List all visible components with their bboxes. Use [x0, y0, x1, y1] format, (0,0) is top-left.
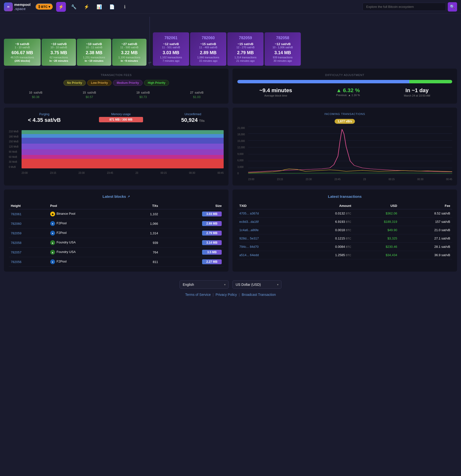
table-row[interactable]: 928d... 5e317 0.1215 BTC $3,325 27.1 sat…	[237, 234, 452, 243]
fee-unit-2: sat/vB	[141, 91, 150, 94]
fee-main-1: ~10 sat/vB	[45, 42, 73, 46]
tx-fees-title: TRANSACTION FEES	[9, 74, 224, 76]
tx-usd-1: $189,319	[353, 218, 399, 226]
mempool-block-0[interactable]: ~9 sat/vB 1 - 10 sat/vB 606.67 MB 48,525…	[4, 39, 41, 66]
table-row[interactable]: 794c... 84d70 0.0084 BTC $230.46 28.1 sa…	[237, 243, 452, 251]
size-0: 606.67 MB	[7, 50, 38, 55]
size-1: 3.75 MB	[45, 50, 73, 55]
mstat-unconfirmed: Unconfirmed 50,924 TXs	[181, 113, 205, 126]
footer-sep-2: |	[239, 293, 240, 297]
latest-transactions-panel: Latest transactions TXID Amount USD Fee …	[232, 189, 457, 272]
incoming-tx-panel: Incoming transactions 1,677 vB/s 21,000 …	[232, 108, 457, 186]
block-height-2[interactable]: 782059	[9, 228, 48, 238]
btc-badge-button[interactable]: ₿ BTC ▾	[36, 3, 53, 10]
block-txs-3: 939	[128, 238, 160, 248]
size-bar-2: 2.79 MB	[202, 231, 222, 236]
nav-dashboard-button[interactable]: ⚡	[56, 2, 66, 12]
fee-range-2: 10 - 11 sat/vB	[80, 46, 108, 49]
tx-id-2[interactable]: 1c4a6...a86fe	[237, 226, 300, 234]
tx-amount-1: 6.9193 BTC	[300, 218, 353, 226]
tx-id-5[interactable]: a514... 64edd	[237, 251, 300, 259]
mined-fee-3: ~12 sat/vB	[267, 42, 298, 46]
size-2: 2.38 MB	[80, 50, 108, 55]
mined-block-0[interactable]: 782061 ~12 sat/vB 11 - 501 sat/vB 3.03 M…	[153, 32, 189, 66]
table-row[interactable]: 782057 ▲Foundry USA 764 3.5 MB	[9, 248, 224, 257]
table-row[interactable]: 782056 ●F2Pool 811 2.27 MB	[9, 257, 224, 267]
table-row[interactable]: a514... 64edd 1.2585 BTC $34,434 36.9 sa…	[237, 251, 452, 259]
footer: English US Dollar (USD) Terms of Service…	[0, 276, 461, 304]
chevron-down-icon: ▾	[49, 5, 50, 9]
mempool-block-3[interactable]: ~27 sat/vB 11 - 500 sat/vB 3.22 MB 1,100…	[112, 39, 146, 66]
main-grid: TRANSACTION FEES No Priority Low Priorit…	[0, 69, 461, 276]
diff-change-val: ▲ 6.32 %	[336, 87, 360, 94]
diff-title: DIFFICULTY ADJUSTMENT	[237, 74, 452, 76]
table-row[interactable]: 782060 ●F2Pool 1,066 2.89 MB	[9, 219, 224, 228]
block-height-0[interactable]: 782061	[9, 209, 48, 219]
block-txs-4: 764	[128, 248, 160, 257]
txcount-3: 1,100 transactions	[115, 56, 144, 59]
broadcast-link[interactable]: Broadcast Transaction	[242, 293, 276, 297]
block-num-1: 782060	[193, 36, 223, 40]
footer-sep-1: |	[213, 293, 214, 297]
fee-unit-0: sat/vB	[34, 91, 42, 94]
privacy-link[interactable]: Privacy Policy	[216, 293, 237, 297]
mempool-stats: Purging < 4.35 sat/vB Memory usage 871 M…	[9, 113, 224, 126]
search-bar: 🔍	[363, 2, 457, 12]
mined-time-3: 30 minutes ago	[267, 59, 298, 62]
mined-tx-3: 939 transactions	[267, 56, 298, 59]
table-row[interactable]: 782058 ▲Foundry USA 939 3.14 MB	[9, 238, 224, 248]
diff-eta: In ~1 day March 24 at 10:50 AM	[404, 87, 430, 97]
size-bar-3: 3.14 MB	[202, 240, 222, 245]
block-pool-3: ▲Foundry USA	[48, 238, 128, 248]
block-height-1[interactable]: 782060	[9, 219, 48, 228]
block-num-2: 782059	[230, 36, 261, 40]
txcount-2: 1,231 transactions	[80, 56, 108, 59]
nav-charts-button[interactable]: 📊	[94, 2, 104, 12]
mined-tx-1: 1,066 transactions	[193, 56, 223, 59]
diff-block-time-val: ~9.4 minutes	[259, 87, 292, 94]
table-row[interactable]: ec8d3...da16f 6.9193 BTC $189,319 157 sa…	[237, 218, 452, 226]
tx-id-0[interactable]: 4705... a367d	[237, 209, 300, 218]
mempool-block-2[interactable]: ~10 sat/vB 10 - 11 sat/vB 2.38 MB 1,231 …	[77, 39, 111, 66]
mined-block-3[interactable]: 782058 ~12 sat/vB 10 - 1,006 sat/vB 3.14…	[265, 32, 301, 66]
tx-amount-0: 0.0132 BTC	[300, 209, 353, 218]
table-row[interactable]: 782061 ◈Binance Pool 1,102 3.03 MB	[9, 209, 224, 219]
fee-sat-0: 10 sat/vB	[29, 89, 42, 95]
btc-label: BTC	[41, 5, 48, 9]
search-input[interactable]	[363, 3, 446, 11]
terms-link[interactable]: Terms of Service	[185, 293, 211, 297]
mined-block-2[interactable]: 782059 ~15 sat/vB 12 - 270 sat/vB 2.79 M…	[227, 32, 264, 66]
mined-size-1: 2.89 MB	[193, 50, 223, 55]
table-row[interactable]: 4705... a367d 0.0132 BTC $362.06 8.52 sa…	[237, 209, 452, 218]
block-pool-2: ●F2Pool	[48, 228, 128, 238]
mined-fee-0: ~12 sat/vB	[156, 42, 186, 46]
mined-block-1[interactable]: 782060 ~15 sat/vB 11 - 469 sat/vB 2.89 M…	[190, 32, 226, 66]
fee-unit-1: sat/vB	[87, 91, 96, 94]
nav-tools-button[interactable]: 🔧	[69, 2, 79, 12]
mempool-block-1[interactable]: ~10 sat/vB 10 - 10 sat/vB 3.75 MB 62 tra…	[42, 39, 76, 66]
diff-prev: Previous: ▲ 1.16 %	[336, 94, 360, 97]
tx-id-3[interactable]: 928d... 5e317	[237, 234, 300, 243]
diff-block-time-lbl: Average block time	[259, 94, 292, 97]
fee-main-2: ~10 sat/vB	[80, 42, 108, 46]
btc-icon: ₿	[38, 5, 40, 9]
tx-id-4[interactable]: 794c... 84d70	[237, 243, 300, 251]
nav-info-button[interactable]: ℹ	[120, 2, 130, 12]
logo-icon: m	[4, 2, 13, 11]
currency-select[interactable]: US Dollar (USD)	[232, 280, 281, 289]
block-height-3[interactable]: 782058	[9, 238, 48, 248]
table-row[interactable]: 1c4a6...a86fe 0.0018 BTC $49.90 21.0 sat…	[237, 226, 452, 234]
nav-docs-button[interactable]: 📄	[107, 2, 117, 12]
mined-time-0: 7 minutes ago	[156, 59, 186, 62]
tx-id-1[interactable]: ec8d3...da16f	[237, 218, 300, 226]
nav-lightning-button[interactable]: ⚡	[82, 2, 91, 12]
col-size: Size	[160, 202, 224, 209]
eta-2: In ~19 minutes	[80, 59, 108, 62]
tx-fee-2: 21.0 sat/vB	[399, 226, 452, 234]
search-button[interactable]: 🔍	[448, 2, 457, 12]
block-height-4[interactable]: 782057	[9, 248, 48, 257]
block-height-5[interactable]: 782056	[9, 257, 48, 267]
table-row[interactable]: 782059 ●F2Pool 1,314 2.79 MB	[9, 228, 224, 238]
diff-stats: ~9.4 minutes Average block time ▲ 6.32 %…	[237, 87, 452, 97]
language-select[interactable]: English	[180, 280, 229, 289]
